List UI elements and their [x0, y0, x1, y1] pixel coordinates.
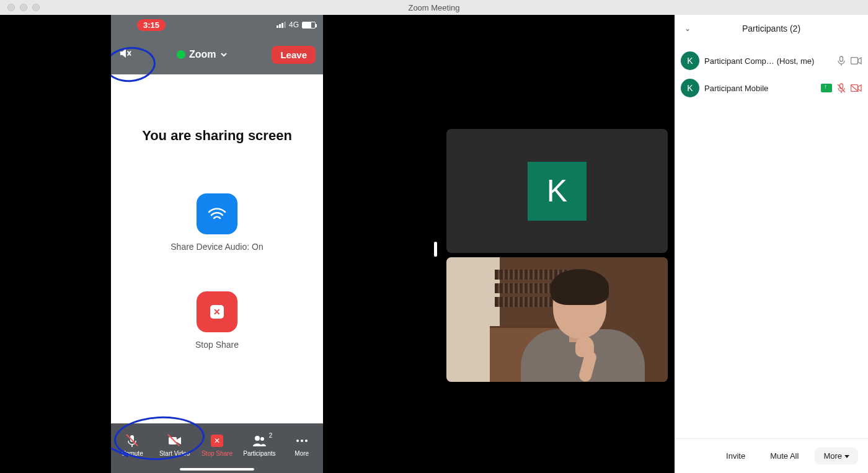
participant-role: (Host, me)	[777, 56, 815, 66]
collapse-panel-icon[interactable]: ⌄	[684, 24, 691, 33]
toolbar-start-video-label: Start Video	[159, 450, 190, 457]
meeting-stage: 3:15 4G Zoom	[0, 15, 675, 473]
minimize-window-icon[interactable]	[20, 4, 27, 11]
toolbar-participants[interactable]: 2 Participants	[240, 434, 278, 457]
close-window-icon[interactable]	[7, 4, 15, 11]
invite-button[interactable]: Invite	[717, 448, 754, 464]
svg-point-4	[296, 440, 299, 442]
toolbar-more-label: More	[294, 450, 309, 457]
mute-all-button[interactable]: Mute All	[761, 448, 807, 464]
svg-rect-0	[130, 435, 134, 442]
battery-icon	[302, 22, 316, 29]
share-device-audio-button[interactable]	[197, 193, 237, 234]
participant-row[interactable]: K Participant Mobile	[681, 74, 862, 102]
network-label: 4G	[289, 20, 299, 29]
stop-square-icon: ✕	[210, 305, 224, 319]
self-video-feed	[446, 257, 668, 382]
encryption-shield-icon	[177, 50, 185, 59]
app-name: Zoom	[189, 49, 216, 60]
microphone-icon	[836, 56, 847, 65]
maximize-window-icon[interactable]	[32, 4, 40, 11]
sharing-headline: You are sharing screen	[142, 128, 292, 144]
participants-count-badge: 2	[269, 432, 273, 439]
svg-point-6	[305, 440, 308, 442]
participants-title: Participants (2)	[742, 24, 800, 33]
stop-share-label: Stop Share	[195, 340, 239, 350]
signal-bars-icon	[277, 22, 286, 28]
participant-name: Participant Mobile	[704, 84, 768, 93]
participants-list: K Participant Comp… (Host, me) K	[675, 42, 868, 438]
active-speaker-indicator	[434, 242, 437, 257]
svg-rect-8	[851, 58, 858, 64]
svg-rect-7	[840, 56, 843, 61]
participants-header: ⌄ Participants (2)	[675, 15, 868, 42]
stop-share-icon: ✕	[211, 434, 223, 448]
phone-meeting-toolbar: Unmute Start Video ✕ Stop Share 2	[111, 423, 323, 473]
toolbar-start-video[interactable]: Start Video	[156, 434, 194, 457]
more-dots-icon	[296, 434, 308, 448]
camera-icon	[851, 56, 862, 65]
participants-icon: 2	[252, 434, 266, 448]
camera-off-icon	[168, 434, 182, 448]
panel-more-button[interactable]: More	[815, 448, 858, 464]
screen-sharing-badge-icon	[821, 84, 832, 92]
recording-time-pill: 3:15	[137, 19, 166, 31]
speaker-muted-icon[interactable]	[118, 47, 132, 62]
wifi-icon	[208, 207, 226, 221]
leave-button[interactable]: Leave	[272, 46, 316, 64]
toolbar-stop-share-label: Stop Share	[202, 450, 232, 457]
phone-zoom-header: Zoom Leave	[111, 35, 323, 74]
svg-rect-1	[169, 437, 177, 444]
share-device-audio-label: Share Device Audio: On	[170, 242, 263, 252]
phone-header-title[interactable]: Zoom	[177, 49, 228, 60]
video-tile-remote-avatar[interactable]: K	[446, 129, 668, 253]
toolbar-stop-share[interactable]: ✕ Stop Share	[198, 434, 236, 457]
window-titlebar: Zoom Meeting	[0, 0, 868, 15]
participants-panel: ⌄ Participants (2) K Participant Comp… (…	[675, 15, 868, 473]
traffic-lights	[0, 4, 40, 11]
participant-avatar: K	[681, 79, 699, 97]
shared-screen-phone: 3:15 4G Zoom	[111, 15, 323, 473]
phone-status-bar: 3:15 4G	[111, 15, 323, 35]
microphone-muted-icon	[836, 84, 847, 92]
svg-point-5	[301, 440, 303, 442]
camera-off-icon	[851, 84, 862, 92]
toolbar-participants-label: Participants	[243, 450, 275, 457]
phone-share-body: You are sharing screen Share Device Audi…	[111, 74, 323, 423]
microphone-muted-icon	[126, 434, 138, 448]
chevron-down-icon	[220, 51, 228, 58]
participant-name: Participant Comp…	[704, 56, 774, 66]
participant-avatar: K	[681, 51, 699, 70]
stop-share-button[interactable]: ✕	[197, 291, 237, 332]
participant-row[interactable]: K Participant Comp… (Host, me)	[681, 47, 862, 74]
svg-point-3	[260, 437, 264, 441]
avatar-initial: K	[528, 162, 587, 221]
home-indicator	[180, 468, 254, 471]
svg-point-2	[255, 436, 260, 441]
phone-network-status: 4G	[277, 20, 316, 29]
toolbar-more[interactable]: More	[283, 434, 321, 457]
window-title: Zoom Meeting	[408, 3, 459, 12]
video-tile-self[interactable]	[446, 257, 668, 382]
participants-footer: Invite Mute All More	[675, 438, 868, 473]
